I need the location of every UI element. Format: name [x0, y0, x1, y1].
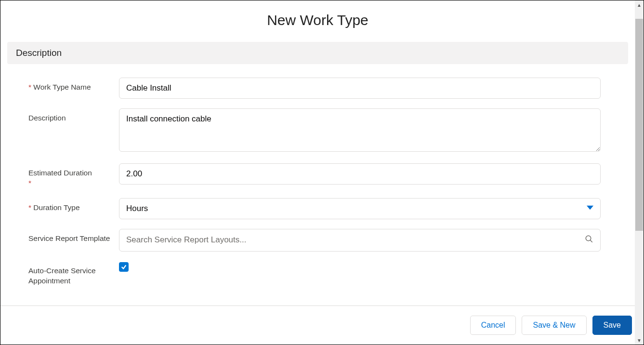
- chevron-down-icon: [587, 204, 593, 213]
- label-auto-create-service-appointment: Auto-Create Service Appointment: [28, 261, 119, 286]
- section-header-description: Description: [7, 42, 628, 64]
- select-value: Hours: [126, 204, 148, 213]
- modal-footer: Cancel Save & New Save: [0, 305, 644, 345]
- row-service-report-template: Service Report Template Search Service R…: [0, 224, 635, 256]
- required-marker: *: [28, 179, 31, 187]
- required-marker: *: [28, 83, 31, 91]
- vertical-scrollbar[interactable]: ▲ ▼: [635, 0, 644, 345]
- row-estimated-duration: Estimated Duration *: [0, 159, 635, 193]
- modal-window: New Work Type Description * Work Type Na…: [0, 0, 644, 345]
- save-button[interactable]: Save: [592, 316, 632, 335]
- scrollbar-thumb[interactable]: [635, 19, 643, 231]
- label-text: Work Type Name: [33, 83, 91, 91]
- work-type-name-input[interactable]: [119, 78, 601, 99]
- required-marker: *: [28, 203, 31, 212]
- scrollbar-track[interactable]: [635, 9, 644, 336]
- estimated-duration-input[interactable]: [119, 163, 601, 185]
- row-description: Description: [0, 104, 635, 159]
- checkmark-icon: [120, 264, 127, 270]
- scroll-down-arrow-icon[interactable]: ▼: [635, 336, 644, 345]
- save-and-new-button[interactable]: Save & New: [522, 316, 586, 335]
- label-estimated-duration: Estimated Duration *: [28, 163, 119, 188]
- cancel-button[interactable]: Cancel: [470, 316, 516, 335]
- label-text: Auto-Create Service Appointment: [28, 266, 96, 285]
- modal-title: New Work Type: [0, 12, 635, 28]
- row-auto-create-service-appointment: Auto-Create Service Appointment: [0, 256, 635, 291]
- auto-create-service-appointment-checkbox[interactable]: [119, 262, 129, 272]
- svg-line-1: [590, 240, 592, 242]
- duration-type-select[interactable]: Hours: [119, 198, 601, 219]
- row-duration-type: * Duration Type Hours: [0, 193, 635, 224]
- label-duration-type: * Duration Type: [28, 198, 119, 213]
- label-description: Description: [28, 108, 119, 123]
- row-work-type-name: * Work Type Name: [0, 73, 635, 104]
- svg-point-0: [586, 236, 591, 241]
- service-report-template-lookup[interactable]: Search Service Report Layouts...: [119, 229, 601, 252]
- search-icon: [585, 235, 593, 246]
- modal-body: New Work Type Description * Work Type Na…: [0, 0, 644, 305]
- label-text: Service Report Template: [28, 234, 110, 242]
- description-textarea[interactable]: [119, 108, 601, 152]
- label-text: Duration Type: [33, 203, 79, 212]
- label-service-report-template: Service Report Template: [28, 229, 119, 244]
- label-text: Description: [28, 114, 66, 122]
- label-work-type-name: * Work Type Name: [28, 78, 119, 93]
- lookup-placeholder: Search Service Report Layouts...: [126, 235, 585, 245]
- scroll-up-arrow-icon[interactable]: ▲: [635, 0, 644, 9]
- label-text: Estimated Duration: [28, 169, 92, 177]
